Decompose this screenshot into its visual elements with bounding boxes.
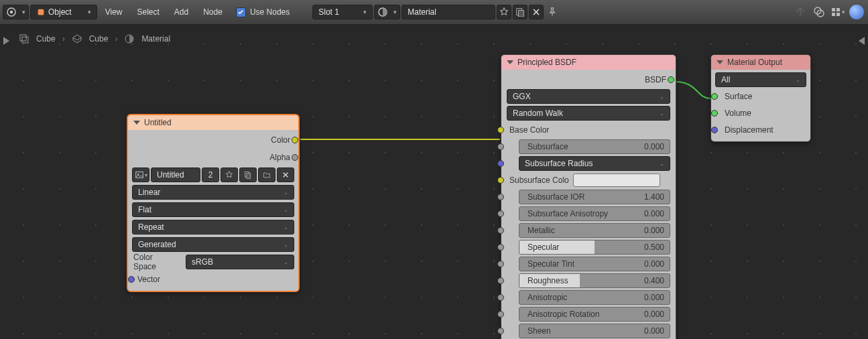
new-material-button[interactable] <box>513 5 528 19</box>
socket-label: Alpha <box>269 153 290 162</box>
socket-label: Vector <box>136 275 160 284</box>
socket-label: Volume <box>719 109 751 118</box>
socket-in[interactable] <box>497 311 504 318</box>
menu-select[interactable]: Select <box>130 7 166 17</box>
mapping-dropdown[interactable]: Generated⌄ <box>132 237 294 252</box>
image-name-field[interactable]: Untitled <box>151 167 200 182</box>
breadcrumb: Cube › Cube › Material <box>19 33 170 44</box>
socket-in[interactable] <box>497 143 504 150</box>
param-subsurface-radius[interactable]: Subsurface Radius⌄ <box>519 156 670 171</box>
image-open-button[interactable] <box>258 167 275 182</box>
shader-editor-header: ▾ Object ▾ View Select Add Node Use Node… <box>0 0 868 25</box>
svg-rect-8 <box>832 8 835 11</box>
subsurface-color-swatch[interactable] <box>573 174 660 187</box>
colorspace-label: Color Space <box>132 253 182 271</box>
image-users-count[interactable]: 2 <box>202 167 219 182</box>
socket-surface-in[interactable] <box>711 93 718 100</box>
projection-dropdown[interactable]: Flat⌄ <box>132 202 294 217</box>
node-header[interactable]: Untitled <box>128 115 298 130</box>
target-dropdown[interactable]: All⌄ <box>715 72 806 87</box>
socket-volume-in[interactable] <box>711 110 718 117</box>
unlink-material-button[interactable] <box>529 5 544 19</box>
socket-color-out[interactable] <box>292 137 298 143</box>
socket-in[interactable] <box>497 160 504 167</box>
image-fakeuser-button[interactable] <box>221 167 238 182</box>
svg-rect-9 <box>836 8 840 11</box>
overlay-toggle-icon[interactable] <box>810 5 828 19</box>
sidebar-toggle-left[interactable] <box>3 37 9 45</box>
socket-vector-in[interactable] <box>128 276 135 283</box>
sss-method-dropdown[interactable]: Random Walk⌄ <box>507 106 670 121</box>
chevron-down-icon <box>133 121 140 125</box>
sidebar-toggle-right[interactable] <box>859 37 865 45</box>
param-sheen[interactable]: Sheen 0.000 <box>519 324 670 338</box>
pin-button[interactable] <box>545 5 560 19</box>
svg-point-1 <box>10 11 13 13</box>
node-material-output[interactable]: Material Output All⌄ Surface Volume Disp… <box>710 54 811 142</box>
socket-base-color-in[interactable] <box>497 127 504 133</box>
socket-in[interactable] <box>497 277 504 284</box>
socket-in[interactable] <box>497 177 504 184</box>
node-title: Principled BSDF <box>517 58 576 67</box>
menu-node[interactable]: Node <box>196 7 229 17</box>
fake-user-button[interactable] <box>497 5 511 19</box>
overlay-icon[interactable] <box>792 5 809 19</box>
editor-type-button[interactable]: ▾ <box>3 5 29 19</box>
socket-in[interactable] <box>497 328 504 334</box>
material-name-field[interactable]: Material <box>401 5 495 19</box>
crumb-material[interactable]: Material <box>141 34 170 44</box>
param-metallic[interactable]: Metallic 0.000 <box>519 223 670 238</box>
param-specular-tint[interactable]: Specular Tint 0.000 <box>519 257 670 271</box>
socket-in[interactable] <box>497 294 504 301</box>
svg-rect-10 <box>832 13 835 16</box>
param-subsurface-aniso[interactable]: Subsurface Anisotropy 0.000 <box>519 206 670 221</box>
colorspace-dropdown[interactable]: sRGB⌄ <box>186 255 294 269</box>
socket-in[interactable] <box>497 210 504 217</box>
node-header[interactable]: Material Output <box>711 55 810 70</box>
node-header[interactable]: Principled BSDF <box>501 55 676 70</box>
extension-dropdown[interactable]: Repeat⌄ <box>132 220 294 234</box>
material-browse-button[interactable]: ▾ <box>374 5 400 19</box>
socket-alpha-out[interactable] <box>292 154 298 161</box>
socket-in[interactable] <box>497 194 504 200</box>
socket-label: Color <box>271 135 290 145</box>
node-title: Material Output <box>727 58 782 67</box>
menu-view[interactable]: View <box>99 7 129 17</box>
distribution-dropdown[interactable]: GGX⌄ <box>507 89 670 104</box>
crumb-object[interactable]: Cube <box>36 34 56 44</box>
param-roughness[interactable]: Roughness 0.400 <box>519 273 670 288</box>
svg-rect-18 <box>247 174 251 179</box>
svg-rect-2 <box>38 9 44 15</box>
param-subsurface[interactable]: Subsurface 0.000 <box>519 139 670 154</box>
image-browse-button[interactable]: ▾ <box>132 167 149 182</box>
socket-in[interactable] <box>497 261 504 267</box>
socket-in[interactable] <box>497 227 504 234</box>
use-nodes-checkbox[interactable] <box>236 7 246 17</box>
slot-dropdown[interactable]: Slot 1▾ <box>312 5 373 19</box>
crumb-mesh[interactable]: Cube <box>89 34 109 44</box>
node-principled-bsdf[interactable]: Principled BSDF BSDF GGX⌄ Random Walk⌄ B… <box>501 54 676 339</box>
shading-sphere-icon[interactable] <box>848 5 865 19</box>
menu-add[interactable]: Add <box>168 7 195 17</box>
param-label: Base Color <box>509 125 549 135</box>
socket-displacement-in[interactable] <box>711 127 718 133</box>
param-label: Subsurface Colo <box>509 176 569 185</box>
socket-label: Surface <box>719 92 752 101</box>
mode-dropdown[interactable]: Object ▾ <box>30 5 97 19</box>
node-image-texture[interactable]: Untitled Color Alpha ▾ Untitled 2 <box>127 114 300 292</box>
param-specular[interactable]: Specular 0.500 <box>519 240 670 255</box>
socket-in[interactable] <box>497 244 504 251</box>
interpolation-dropdown[interactable]: Linear⌄ <box>132 185 294 200</box>
use-nodes-label: Use Nodes <box>250 7 290 17</box>
svg-rect-13 <box>22 37 28 43</box>
image-unlink-button[interactable] <box>277 167 294 182</box>
svg-rect-11 <box>836 13 840 16</box>
snap-icon[interactable]: ▾ <box>829 5 847 19</box>
param-anisotropic[interactable]: Anisotropic 0.000 <box>519 290 670 305</box>
param-anisotropic-rotation[interactable]: Anisotropic Rotation 0.000 <box>519 307 670 322</box>
chevron-down-icon <box>507 60 513 64</box>
image-new-button[interactable] <box>239 167 257 182</box>
socket-bsdf-out[interactable] <box>668 76 674 83</box>
param-subsurface-ior[interactable]: Subsurface IOR 1.400 <box>519 190 670 204</box>
svg-rect-12 <box>20 35 26 41</box>
